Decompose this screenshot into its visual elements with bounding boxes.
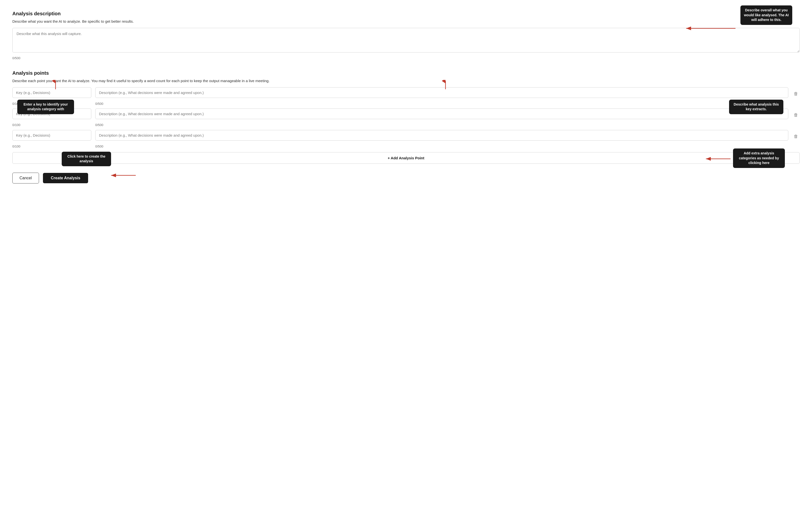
desc-count-2: 0/500 — [95, 123, 788, 127]
delete-point-3[interactable]: 🗑 — [793, 133, 799, 140]
analysis-description-input[interactable] — [12, 28, 800, 53]
key-input-3[interactable] — [12, 130, 91, 141]
create-analysis-button[interactable]: Create Analysis — [43, 173, 88, 183]
description-char-count: 0/500 — [12, 56, 800, 61]
analysis-points-desc: Describe each point you want the AI to a… — [12, 78, 800, 84]
arrow-to-desc-input — [442, 80, 449, 90]
analysis-description-title: Analysis description — [12, 10, 800, 17]
cancel-button[interactable]: Cancel — [12, 173, 39, 183]
key-count-2: 0/100 — [12, 123, 91, 127]
key-count-3: 0/100 — [12, 144, 91, 149]
analysis-points-section: Analysis points Describe each point you … — [12, 69, 800, 164]
key-count-1: 0/100 — [12, 101, 91, 106]
delete-point-2[interactable]: 🗑 — [793, 112, 799, 119]
analysis-point-row-2: 🗑 0/100 0/500 — [12, 109, 800, 127]
analysis-point-row-3: 🗑 0/100 0/500 — [12, 130, 800, 149]
desc-count-3: 0/500 — [95, 144, 788, 149]
key-input-2[interactable] — [12, 109, 91, 119]
desc-input-3[interactable] — [95, 130, 788, 141]
delete-point-1[interactable]: 🗑 — [793, 90, 799, 97]
analysis-point-row-1: Enter a key to identify your analysis ca… — [12, 87, 800, 106]
arrow-to-key-input — [52, 80, 59, 90]
analysis-description-section: Analysis description Describe what you w… — [12, 10, 800, 60]
desc-count-1: 0/500 — [95, 101, 788, 106]
arrow-to-add-button — [703, 155, 733, 162]
analysis-description-desc: Describe what you want the AI to analyze… — [12, 19, 800, 24]
desc-input-2[interactable] — [95, 109, 788, 119]
add-point-container: + Add Analysis Point Add extra analysis … — [12, 152, 800, 164]
analysis-points-title: Analysis points — [12, 69, 800, 77]
footer-actions: Cancel Create Analysis Click here to cre… — [12, 173, 800, 183]
arrow-to-create-button — [109, 172, 138, 179]
add-analysis-point-button[interactable]: + Add Analysis Point — [12, 152, 800, 164]
